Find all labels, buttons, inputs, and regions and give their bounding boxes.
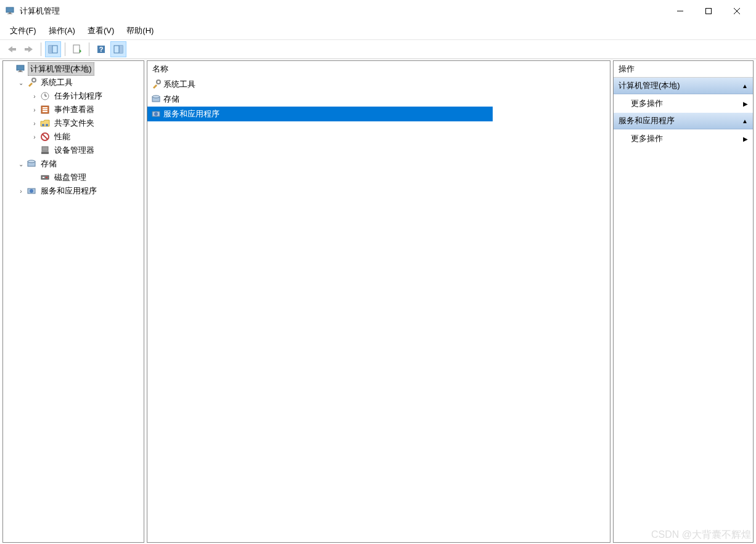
action-section-services[interactable]: 服务和应用程序 ▲ (614, 113, 753, 129)
tree-label: 任务计划程序 (52, 90, 104, 102)
tree-device-manager[interactable]: 设备管理器 (3, 144, 144, 157)
tree-label: 服务和应用程序 (39, 185, 99, 197)
expander-icon[interactable] (30, 146, 39, 155)
submenu-icon: ▶ (743, 136, 748, 142)
svg-rect-1 (9, 12, 11, 14)
storage-icon (151, 94, 161, 104)
storage-icon (27, 159, 36, 169)
performance-icon (40, 132, 50, 142)
device-icon (40, 145, 50, 155)
tree-task-scheduler[interactable]: › 任务计划程序 (3, 89, 144, 103)
forward-button (21, 41, 37, 57)
content-area: 计算机管理(本地) ⌄ 系统工具 › 任务计划程序 › 事件查看器 › 共享文件… (0, 59, 756, 544)
expander-icon[interactable]: ⌄ (17, 160, 25, 168)
minimize-button[interactable] (666, 1, 694, 21)
svg-rect-12 (73, 45, 80, 53)
svg-point-36 (28, 160, 35, 163)
expander-icon[interactable]: › (17, 187, 25, 195)
svg-rect-26 (43, 107, 47, 108)
app-icon (5, 6, 15, 16)
svg-point-44 (152, 95, 160, 98)
show-hide-action-button[interactable] (110, 41, 126, 57)
list-item-label: 存储 (163, 94, 179, 105)
tree-storage[interactable]: ⌄ 存储 (3, 157, 144, 171)
tree-root[interactable]: 计算机管理(本地) (3, 62, 144, 76)
close-button[interactable] (723, 1, 751, 21)
collapse-icon: ▲ (742, 118, 748, 124)
svg-point-21 (32, 78, 36, 82)
submenu-icon: ▶ (743, 100, 748, 107)
action-more-2[interactable]: 更多操作 ▶ (614, 129, 753, 148)
menu-action[interactable]: 操作(A) (43, 23, 81, 38)
disk-icon (40, 173, 50, 182)
svg-text:?: ? (99, 46, 104, 53)
tree-label: 共享文件夹 (52, 117, 96, 129)
tree-label: 事件查看器 (52, 104, 96, 116)
window-title: 计算机管理 (20, 6, 60, 17)
toolbar-separator (89, 43, 89, 56)
action-item-label: 更多操作 (631, 133, 663, 144)
svg-point-30 (46, 124, 48, 126)
action-header: 操作 (614, 61, 753, 78)
toolbar-separator (41, 43, 41, 56)
expander-icon[interactable] (30, 173, 39, 182)
action-panel: 操作 计算机管理(本地) ▲ 更多操作 ▶ 服务和应用程序 ▲ 更多操作 ▶ (613, 60, 754, 543)
svg-rect-4 (706, 9, 712, 14)
action-section-computer[interactable]: 计算机管理(本地) ▲ (614, 78, 753, 94)
svg-rect-19 (19, 70, 22, 71)
tree-panel[interactable]: 计算机管理(本地) ⌄ 系统工具 › 任务计划程序 › 事件查看器 › 共享文件… (2, 60, 144, 543)
list-item-storage[interactable]: 存储 (147, 92, 493, 107)
tree-label: 系统工具 (39, 76, 75, 89)
list-item-label: 系统工具 (163, 79, 195, 90)
action-section-label: 计算机管理(本地) (618, 80, 680, 91)
svg-rect-27 (43, 109, 47, 110)
tree-label: 性能 (52, 131, 72, 143)
svg-rect-20 (18, 71, 23, 72)
svg-rect-28 (43, 111, 47, 112)
event-icon (40, 105, 50, 115)
show-hide-tree-button[interactable] (45, 41, 61, 57)
tree-performance[interactable]: › 性能 (3, 130, 144, 144)
tree-services-apps[interactable]: › 服务和应用程序 (3, 184, 144, 198)
tree-system-tools[interactable]: ⌄ 系统工具 (3, 76, 144, 89)
list-column-header[interactable]: 名称 (147, 61, 610, 77)
expander-icon[interactable]: › (30, 119, 39, 128)
tree-disk-management[interactable]: 磁盘管理 (3, 171, 144, 184)
help-button[interactable]: ? (93, 41, 109, 57)
list-panel[interactable]: 名称 系统工具 存储 服务和应用程序 (147, 60, 610, 543)
services-icon (151, 109, 161, 119)
back-button (4, 41, 20, 57)
action-more-1[interactable]: 更多操作 ▶ (614, 94, 753, 113)
menu-help[interactable]: 帮助(H) (120, 23, 160, 38)
expander-icon[interactable]: ⌄ (17, 78, 25, 87)
computer-icon (15, 64, 25, 74)
expander-icon[interactable]: › (30, 132, 39, 141)
action-section-label: 服务和应用程序 (618, 115, 675, 126)
toolbar: ? (0, 39, 756, 59)
expander-icon[interactable]: › (30, 92, 39, 100)
svg-rect-0 (6, 7, 14, 12)
tools-icon (151, 79, 161, 89)
tree-event-viewer[interactable]: › 事件查看器 (3, 103, 144, 116)
svg-rect-37 (41, 176, 49, 179)
collapse-icon: ▲ (742, 83, 748, 89)
tree-label: 存储 (39, 158, 59, 170)
menu-file[interactable]: 文件(F) (4, 23, 43, 38)
tree-shared-folders[interactable]: › 共享文件夹 (3, 116, 144, 130)
list-item-services-apps[interactable]: 服务和应用程序 (147, 107, 493, 121)
tree-label: 设备管理器 (52, 144, 96, 156)
services-icon (27, 186, 36, 196)
svg-point-42 (157, 80, 160, 84)
tree-label: 计算机管理(本地) (28, 62, 94, 76)
expander-icon[interactable]: › (30, 105, 39, 114)
list-item-system-tools[interactable]: 系统工具 (147, 77, 493, 92)
shared-folder-icon (40, 118, 50, 128)
tools-icon (27, 78, 36, 87)
svg-rect-10 (49, 46, 52, 53)
menu-view[interactable]: 查看(V) (81, 23, 120, 38)
toolbar-separator (65, 43, 65, 56)
expander-icon[interactable] (6, 65, 14, 73)
maximize-button[interactable] (694, 1, 723, 21)
svg-point-41 (30, 189, 33, 193)
properties-button[interactable] (69, 41, 85, 57)
